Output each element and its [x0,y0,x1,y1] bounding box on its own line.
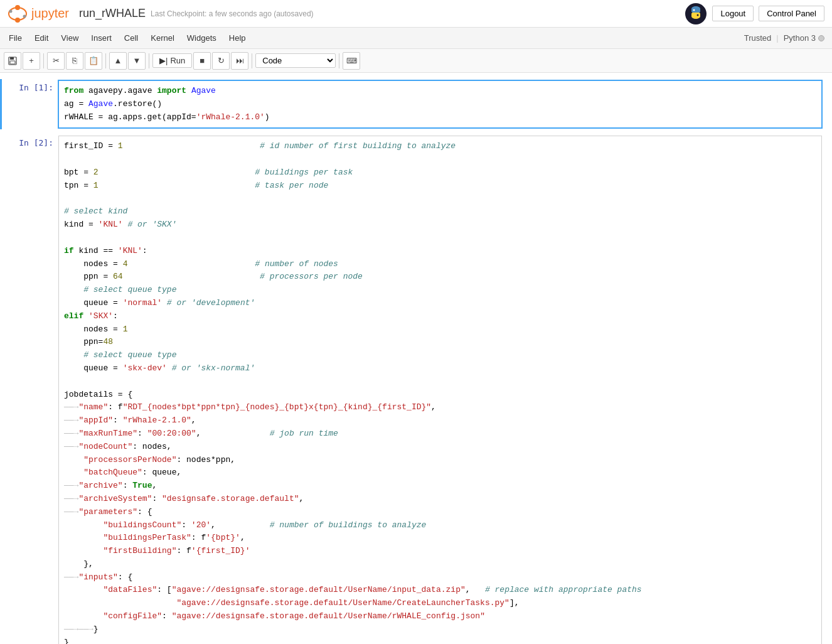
cell-1: In [1]: from agavepy.agave import Agave … [0,79,832,129]
svg-point-3 [9,9,13,13]
jupyter-logo-icon [8,4,28,24]
copy-button[interactable]: ⎘ [66,52,83,70]
move-down-button[interactable]: ▼ [128,52,146,70]
menu-right-area: Trusted | Python 3 [744,33,829,43]
run-icon: ▶| [159,56,168,65]
fast-forward-button[interactable]: ⏭ [231,52,248,70]
restart-button[interactable]: ↻ [212,52,230,70]
toolbar: + ✂ ⎘ 📋 ▲ ▼ ▶| Run ■ ↻ ⏭ Code Markdown R… [0,49,832,73]
svg-point-4 [23,14,26,18]
python-logo-icon [685,3,707,25]
jupyter-text: jupyter [31,6,69,21]
add-cell-button[interactable]: + [23,52,40,70]
keyboard-shortcuts-button[interactable]: ⌨ [343,52,360,70]
notebook-container: In [1]: from agavepy.agave import Agave … [0,73,832,644]
toolbar-sep-3 [149,53,149,68]
cut-button[interactable]: ✂ [47,52,65,70]
logout-button[interactable]: Logout [712,6,754,21]
menu-help[interactable]: Help [223,31,252,45]
save-icon [8,56,17,65]
menu-cell[interactable]: Cell [118,31,144,45]
toolbar-sep-4 [252,53,252,68]
notebook-title[interactable]: run_rWHALE [79,7,146,20]
svg-rect-10 [10,61,15,64]
menu-bar: File Edit View Insert Cell Kernel Widget… [0,28,832,49]
menu-insert[interactable]: Insert [85,31,118,45]
move-up-button[interactable]: ▲ [109,52,127,70]
toolbar-sep-2 [105,53,106,68]
cell-1-content[interactable]: from agavepy.agave import Agave ag = Aga… [58,80,822,128]
top-navbar: jupyter run_rWHALE Last Checkpoint: a fe… [0,0,832,28]
cell-2-content[interactable]: first_ID = 1 # id number of first buildi… [58,136,822,644]
menu-file[interactable]: File [3,31,28,45]
kernel-info: Python 3 [784,33,824,43]
cell-type-select[interactable]: Code Markdown Raw NBConvert [255,53,336,68]
toolbar-sep-1 [43,53,44,68]
cell-2-prompt: In [2]: [2,136,58,644]
run-label: Run [170,56,185,65]
menu-kernel[interactable]: Kernel [144,31,181,45]
svg-point-6 [693,9,695,11]
toolbar-sep-5 [339,53,339,68]
checkpoint-info: Last Checkpoint: a few seconds ago (auto… [151,9,314,18]
paste-button[interactable]: 📋 [85,52,102,70]
jupyter-logo: jupyter [8,4,69,24]
menu-view[interactable]: View [55,31,85,45]
cell-2: In [2]: first_ID = 1 # id number of firs… [0,134,832,644]
menu-widgets[interactable]: Widgets [181,31,223,45]
menu-edit[interactable]: Edit [28,31,55,45]
control-panel-button[interactable]: Control Panel [759,6,824,21]
cell-1-prompt: In [1]: [2,80,58,128]
trusted-badge: Trusted [744,33,772,43]
svg-point-7 [697,14,699,16]
kernel-name-label: Python 3 [784,33,816,43]
svg-rect-9 [10,57,14,60]
top-right-area: Logout Control Panel [685,3,824,25]
save-button[interactable] [4,52,21,70]
stop-button[interactable]: ■ [193,52,211,70]
run-button[interactable]: ▶| Run [152,53,192,68]
kernel-status-circle [818,35,824,41]
